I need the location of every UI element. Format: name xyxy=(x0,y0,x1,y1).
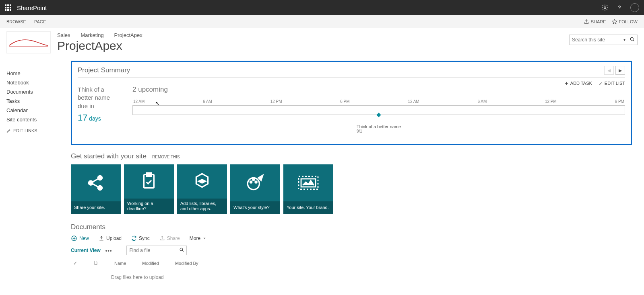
share-button[interactable]: SHARE xyxy=(584,19,606,25)
select-all-checkbox[interactable]: ✓ xyxy=(73,260,77,266)
due-panel: Think of a better name due in 17 days xyxy=(78,86,125,138)
brand-label: SharePoint xyxy=(17,4,47,11)
share-tile-icon xyxy=(71,164,121,201)
sidebar-item-notebook[interactable]: Notebook xyxy=(6,78,64,87)
project-summary-header: Project Summary ◀ ▶ xyxy=(72,62,631,77)
more-button[interactable]: More xyxy=(190,236,206,241)
page-title: ProjectApex xyxy=(57,39,142,53)
tile-style[interactable]: What's your style? xyxy=(230,164,280,214)
tile-label: What's your style? xyxy=(230,201,280,214)
timeline-nav: ◀ ▶ xyxy=(604,66,625,75)
sidebar-item-site-contents[interactable]: Site contents xyxy=(6,115,64,124)
col-name[interactable]: Name xyxy=(114,261,126,266)
project-summary-title: Project Summary xyxy=(78,66,130,74)
plus-circle-icon xyxy=(71,235,77,242)
suite-bar-right xyxy=(601,3,639,12)
nav-marketing[interactable]: Marketing xyxy=(81,32,104,38)
gear-icon[interactable] xyxy=(601,4,609,11)
promoted-tiles: Share your site. Working on a deadline? … xyxy=(71,164,632,214)
milestone-label[interactable]: Think of a better name 9/1 xyxy=(357,124,401,133)
timeline-ticks: 12 AM 6 AM 12 PM 6 PM 12 AM 6 AM 12 PM 6… xyxy=(132,99,625,104)
tile-label: Share your site. xyxy=(71,201,121,214)
site-header: Sales Marketing ProjectApex ProjectApex … xyxy=(0,28,644,57)
new-button[interactable]: New xyxy=(71,235,89,242)
file-type-icon xyxy=(93,260,98,266)
sync-button[interactable]: Sync xyxy=(131,236,150,241)
due-days-label: days xyxy=(89,115,101,122)
chevron-down-icon xyxy=(202,236,206,240)
find-file-input[interactable] xyxy=(126,246,187,255)
search-scope-caret-icon[interactable]: ▾ xyxy=(623,37,625,42)
edit-list-button[interactable]: EDIT LIST xyxy=(599,81,625,86)
help-icon[interactable] xyxy=(616,4,623,11)
svg-rect-6 xyxy=(147,173,152,176)
remove-this-link[interactable]: REMOVE THIS xyxy=(152,155,180,159)
tab-page[interactable]: PAGE xyxy=(34,19,46,24)
current-view-button[interactable]: Current View xyxy=(71,248,101,253)
quick-launch: Home Notebook Documents Tasks Calendar S… xyxy=(0,57,64,288)
timeline[interactable]: 12 AM 6 AM 12 PM 6 PM 12 AM 6 AM 12 PM 6… xyxy=(132,99,625,138)
plus-icon xyxy=(564,81,569,86)
search-input[interactable] xyxy=(569,35,638,45)
search-icon[interactable] xyxy=(179,247,184,254)
due-label-2: better name xyxy=(78,94,121,102)
timeline-prev-button[interactable]: ◀ xyxy=(604,66,614,75)
ribbon-tabs: BROWSE PAGE xyxy=(6,19,46,24)
tile-deadline[interactable]: Working on a deadline? xyxy=(124,164,174,214)
documents-title: Documents xyxy=(71,223,632,231)
timeline-next-button[interactable]: ▶ xyxy=(615,66,625,75)
col-modified[interactable]: Modified xyxy=(142,261,159,266)
drop-files-message[interactable]: Drag files here to upload xyxy=(111,275,632,280)
suite-bar-left: SharePoint xyxy=(5,4,47,11)
pencil-icon xyxy=(599,81,603,86)
svg-point-1 xyxy=(630,37,633,40)
top-nav: Sales Marketing ProjectApex xyxy=(57,32,142,38)
due-number: 17 xyxy=(78,113,87,123)
follow-button[interactable]: FOLLOW xyxy=(612,19,638,25)
suite-bar: SharePoint xyxy=(0,0,644,15)
timeline-panel: 2 upcoming 12 AM 6 AM 12 PM 6 PM 12 AM 6… xyxy=(125,86,625,138)
edit-links-button[interactable]: EDIT LINKS xyxy=(6,128,64,133)
search-icon[interactable] xyxy=(630,37,635,43)
project-summary-webpart: Project Summary ◀ ▶ ADD TASK EDIT LIST xyxy=(71,61,632,145)
sidebar-item-calendar[interactable]: Calendar xyxy=(6,106,64,115)
app-launcher-icon[interactable] xyxy=(5,4,11,11)
nav-projectapex[interactable]: ProjectApex xyxy=(114,32,142,38)
search-box: ▾ xyxy=(569,35,638,45)
tile-share-site[interactable]: Share your site. xyxy=(71,164,121,214)
sidebar-item-home[interactable]: Home xyxy=(6,69,64,78)
svg-point-14 xyxy=(180,248,183,251)
svg-point-0 xyxy=(604,7,606,9)
tile-brand[interactable]: Your site. Your brand. xyxy=(283,164,333,214)
share-doc-button[interactable]: Share xyxy=(159,236,180,241)
image-tile-icon xyxy=(283,164,333,201)
content-area: Project Summary ◀ ▶ ADD TASK EDIT LIST xyxy=(64,57,644,288)
tile-label: Your site. Your brand. xyxy=(283,201,333,214)
documents-subbar: Current View ••• xyxy=(71,246,632,255)
tile-add-apps[interactable]: Add lists, libraries, and other apps. xyxy=(177,164,227,214)
upload-button[interactable]: Upload xyxy=(99,236,122,241)
main-layout: Home Notebook Documents Tasks Calendar S… xyxy=(0,57,644,288)
share-icon xyxy=(159,236,165,241)
hexagon-tile-icon xyxy=(177,164,227,199)
upcoming-label: 2 upcoming xyxy=(132,86,625,94)
user-avatar[interactable] xyxy=(630,3,639,12)
nav-sales[interactable]: Sales xyxy=(57,32,70,38)
svg-point-10 xyxy=(255,181,257,183)
timeline-bar[interactable]: Think of a better name 9/1 xyxy=(132,105,625,115)
add-task-button[interactable]: ADD TASK xyxy=(564,81,592,86)
tile-label: Add lists, libraries, and other apps. xyxy=(177,199,227,215)
sidebar-item-tasks[interactable]: Tasks xyxy=(6,96,64,106)
documents-columns: ✓ Name Modified Modified By xyxy=(71,258,632,268)
due-countdown: 17 days xyxy=(78,110,121,123)
svg-rect-12 xyxy=(301,179,316,187)
site-logo[interactable] xyxy=(6,31,51,53)
col-modified-by[interactable]: Modified By xyxy=(175,261,198,266)
tab-browse[interactable]: BROWSE xyxy=(6,19,26,24)
tile-label: Working on a deadline? xyxy=(124,199,174,215)
clipboard-tile-icon xyxy=(124,164,174,199)
star-icon xyxy=(612,19,617,25)
view-options-button[interactable]: ••• xyxy=(105,248,112,254)
sidebar-item-documents[interactable]: Documents xyxy=(6,87,64,96)
share-icon xyxy=(584,19,589,25)
